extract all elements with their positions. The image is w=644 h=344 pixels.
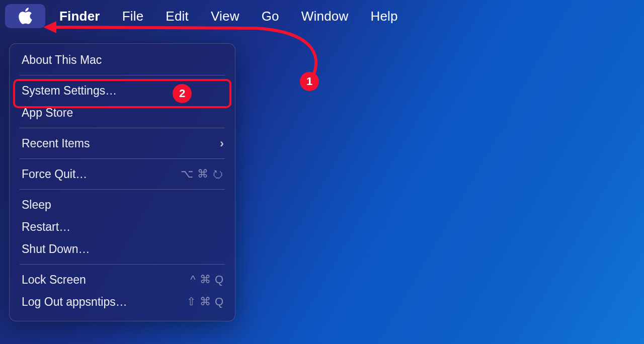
menu-restart[interactable]: Restart… [10,216,235,238]
shortcut-text: ^ ⌘ Q [190,273,224,286]
menubar-file[interactable]: File [111,9,155,24]
menu-separator [20,158,225,159]
menu-label: Recent Items [22,137,90,150]
menu-separator [20,75,225,75]
menubar-go[interactable]: Go [251,9,290,24]
shortcut-text: ⌥ ⌘ ⭮ [181,167,224,181]
menu-label: Lock Screen [22,273,86,287]
menubar-window[interactable]: Window [290,9,360,24]
menu-recent-items[interactable]: Recent Items › [10,132,235,154]
menubar: Finder File Edit View Go Window Help [0,0,644,32]
menubar-help[interactable]: Help [359,9,409,24]
shortcut-text: ⇧ ⌘ Q [187,295,224,308]
apple-menu-button[interactable] [5,4,45,28]
chevron-right-icon: › [220,136,224,150]
menubar-edit[interactable]: Edit [154,9,200,24]
menu-lock-screen[interactable]: Lock Screen ^ ⌘ Q [10,269,235,291]
menubar-view[interactable]: View [200,9,251,24]
menu-separator [20,189,225,190]
menu-log-out[interactable]: Log Out appsntips… ⇧ ⌘ Q [10,291,235,313]
menu-app-store[interactable]: App Store [10,102,235,124]
menu-label: System Settings… [22,84,117,98]
menu-force-quit[interactable]: Force Quit… ⌥ ⌘ ⭮ [10,163,235,185]
menu-system-settings[interactable]: System Settings… [10,79,235,102]
menu-about-this-mac[interactable]: About This Mac [10,49,235,71]
menu-label: Restart… [22,220,70,234]
menu-label: Log Out appsntips… [22,295,127,309]
menubar-app-name[interactable]: Finder [48,9,111,24]
menu-label: App Store [22,106,73,120]
menu-label: Sleep [22,198,51,212]
annotation-badge-2: 2 [173,84,192,103]
menu-shut-down[interactable]: Shut Down… [10,238,235,260]
annotation-badge-1: 1 [300,72,319,91]
menu-label: Force Quit… [22,167,87,181]
apple-logo-icon [18,8,33,25]
menu-separator [20,264,225,265]
menu-separator [20,128,225,128]
menu-label: About This Mac [22,53,102,67]
apple-menu-dropdown: About This Mac System Settings… App Stor… [9,43,235,321]
menu-sleep[interactable]: Sleep [10,194,235,216]
menu-label: Shut Down… [22,242,90,256]
